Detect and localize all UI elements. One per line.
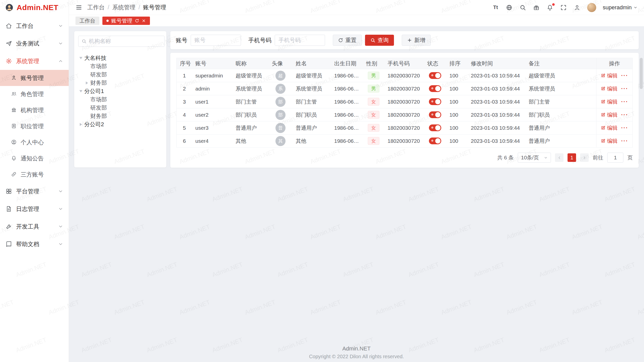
account-filter-input[interactable]: [191, 35, 241, 46]
tree-node[interactable]: 财务部: [78, 112, 162, 120]
account-table: 序号 账号 昵称 头像 姓名 出生日期 性别 手机号码 状态 排序 修改时间 备…: [176, 58, 633, 148]
user-menu[interactable]: superadmin: [603, 4, 637, 11]
breadcrumb-item[interactable]: 工作台: [87, 4, 105, 11]
chevron-down-icon: [58, 23, 63, 28]
tree-node[interactable]: 研发部: [78, 104, 162, 112]
caret-placeholder: [86, 106, 88, 109]
more-actions-button[interactable]: ···: [621, 72, 628, 79]
sidebar-item-log-management[interactable]: 日志管理: [0, 200, 69, 218]
sidebar-item-label: 三方账号: [21, 171, 44, 178]
edit-button[interactable]: 编辑: [601, 85, 618, 92]
tree-node[interactable]: 大名科技: [78, 54, 162, 62]
gender-tag: 女: [368, 98, 379, 106]
sidebar-item-position-management[interactable]: 职位管理: [0, 118, 69, 134]
close-icon[interactable]: [142, 19, 146, 23]
cell-gender: 男: [363, 69, 384, 82]
tree-node[interactable]: 分公司1: [78, 87, 162, 95]
status-toggle[interactable]: [429, 72, 441, 79]
search-icon[interactable]: [519, 4, 526, 11]
caret-down-icon[interactable]: [79, 90, 83, 92]
tree-node[interactable]: 研发部: [78, 70, 162, 79]
tree-node[interactable]: 分公司2: [78, 120, 162, 128]
edit-button[interactable]: 编辑: [601, 124, 618, 131]
grid-icon: [6, 188, 12, 195]
tab-label: 工作台: [79, 17, 95, 24]
status-toggle[interactable]: [429, 111, 441, 118]
top-bar: 工作台 / 系统管理 / 账号管理 Tt superadmin: [69, 0, 644, 15]
sidebar-item-label: 机构管理: [21, 106, 44, 114]
more-actions-button[interactable]: ···: [621, 99, 628, 105]
caret-down-icon[interactable]: [79, 57, 83, 59]
sidebar-item-org-management[interactable]: 机构管理: [0, 102, 69, 118]
sidebar-menu: 工作台 业务测试 系统管理 账号管理 角色管理 机构管理 职位管理: [0, 15, 69, 253]
edit-button[interactable]: 编辑: [601, 98, 618, 105]
scrollbar-thumb[interactable]: [640, 58, 643, 89]
sidebar-item-business-test[interactable]: 业务测试: [0, 35, 69, 52]
sidebar-item-notice[interactable]: 通知公告: [0, 150, 69, 166]
edit-button[interactable]: 编辑: [601, 138, 618, 145]
goto-page-input[interactable]: [607, 153, 623, 163]
edit-button[interactable]: 编辑: [601, 72, 618, 79]
collapse-menu-icon[interactable]: [75, 4, 82, 11]
app-logo[interactable]: Admin.NET: [0, 0, 69, 15]
sidebar-item-platform-management[interactable]: 平台管理: [0, 183, 69, 200]
column-header: 备注: [526, 58, 596, 69]
sidebar-item-system-management[interactable]: 系统管理: [0, 52, 69, 70]
tree-node[interactable]: 财务部: [78, 79, 162, 87]
plus-icon: [407, 38, 412, 43]
edit-button[interactable]: 编辑: [601, 111, 618, 118]
logo-text: Admin.NET: [17, 3, 58, 12]
sidebar-item-third-party-account[interactable]: 三方账号: [0, 166, 69, 183]
current-page[interactable]: 1: [568, 153, 576, 162]
tab-workbench[interactable]: 工作台: [75, 17, 99, 25]
status-toggle[interactable]: [429, 85, 441, 92]
caret-placeholder: [86, 65, 88, 68]
column-header: 操作: [596, 58, 633, 69]
sidebar-item-role-management[interactable]: 角色管理: [0, 86, 69, 102]
cell-avatar: 部: [269, 95, 293, 108]
cell-remark: 普通用户: [526, 121, 596, 134]
font-size-icon[interactable]: Tt: [492, 4, 499, 11]
profile-icon[interactable]: [574, 4, 581, 11]
prev-page-button[interactable]: [555, 153, 564, 162]
sidebar-item-account-management[interactable]: 账号管理: [0, 70, 69, 86]
cell-account: user1: [192, 95, 232, 108]
add-button[interactable]: 新增: [402, 35, 431, 46]
page-size-select[interactable]: 10条/页: [518, 153, 551, 163]
phone-filter-input[interactable]: [275, 35, 325, 46]
user-avatar[interactable]: [587, 3, 596, 12]
cell-account: superadmin: [192, 69, 232, 82]
gender-tag: 男: [368, 85, 379, 93]
sidebar-item-personal-center[interactable]: 个人中心: [0, 134, 69, 150]
tree-node[interactable]: 市场部: [78, 95, 162, 104]
theme-icon[interactable]: [533, 4, 540, 11]
sidebar-item-dev-tools[interactable]: 开发工具: [0, 218, 69, 235]
status-toggle[interactable]: [429, 124, 441, 131]
more-actions-button[interactable]: ···: [621, 85, 628, 92]
sidebar-item-help-docs[interactable]: 帮助文档: [0, 235, 69, 253]
tab-account-management[interactable]: 账号管理: [102, 17, 150, 25]
cell-avatar: 普: [269, 121, 293, 134]
cell-phone: 18020030720: [384, 108, 424, 121]
more-actions-button[interactable]: ···: [621, 112, 628, 118]
more-actions-button[interactable]: ···: [621, 138, 628, 144]
status-toggle[interactable]: [429, 138, 441, 144]
tree-node[interactable]: 市场部: [78, 62, 162, 70]
more-actions-button[interactable]: ···: [621, 125, 628, 131]
reset-button[interactable]: 重置: [333, 35, 362, 46]
status-toggle[interactable]: [429, 98, 441, 105]
refresh-icon[interactable]: [135, 19, 139, 23]
tree-node-label: 财务部: [90, 112, 107, 120]
caret-right-icon[interactable]: [80, 123, 82, 126]
language-icon[interactable]: [506, 4, 513, 11]
caret-right-icon[interactable]: [86, 81, 88, 84]
org-search-input[interactable]: [89, 38, 161, 44]
search-button[interactable]: 查询: [365, 35, 394, 46]
tree-node-label: 分公司1: [84, 87, 104, 95]
sidebar-item-workbench[interactable]: 工作台: [0, 17, 69, 35]
fullscreen-icon[interactable]: [560, 4, 567, 11]
notification-bell-icon[interactable]: [546, 4, 553, 11]
cell-sort: 100: [446, 82, 468, 95]
breadcrumb-item[interactable]: 系统管理: [112, 4, 135, 11]
next-page-button[interactable]: [580, 153, 589, 162]
